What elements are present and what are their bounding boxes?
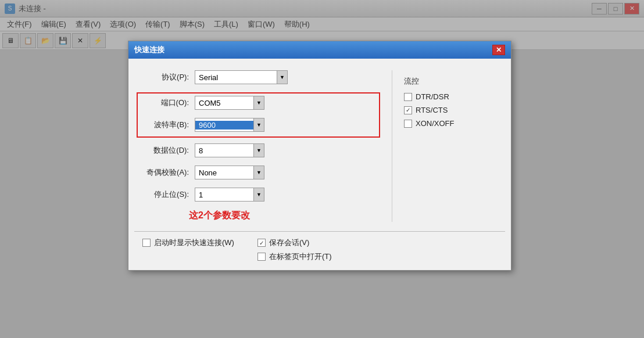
stopbits-control: 1 ▼ bbox=[195, 188, 264, 202]
save-session-checkbox[interactable]: ✓ bbox=[257, 239, 266, 247]
xon-xoff-row: XON/XOFF bbox=[404, 119, 497, 128]
dialog-form: 协议(P): Serial ▼ 端口(O): bbox=[142, 70, 380, 222]
baudrate-dropdown[interactable]: 9600 ▼ bbox=[195, 118, 264, 132]
parity-value: None bbox=[195, 168, 253, 177]
baudrate-row: 波特率(B): 9600 ▼ bbox=[142, 118, 374, 132]
protocol-dropdown-arrow: ▼ bbox=[277, 71, 287, 84]
footer-right: ✓ 保存会话(V) 在标签页中打开(T) bbox=[257, 238, 332, 262]
dialog-close-button[interactable]: ✕ bbox=[492, 45, 505, 55]
highlight-box: 端口(O): COM5 ▼ 波特率(B): bbox=[137, 92, 380, 138]
databits-dropdown[interactable]: 8 ▼ bbox=[195, 143, 264, 157]
startup-show-label: 启动时显示快速连接(W) bbox=[154, 238, 234, 248]
dialog-title: 快速连接 bbox=[134, 45, 492, 55]
baudrate-label: 波特率(B): bbox=[142, 120, 195, 130]
port-control: COM5 ▼ bbox=[195, 96, 264, 110]
save-session-row: ✓ 保存会话(V) bbox=[257, 238, 332, 248]
baudrate-dropdown-arrow: ▼ bbox=[253, 118, 264, 131]
vertical-divider bbox=[392, 70, 392, 222]
startup-show-row: 启动时显示快速连接(W) bbox=[142, 238, 234, 248]
rts-cts-row: ✓ RTS/CTS bbox=[404, 106, 497, 114]
databits-label: 数据位(D): bbox=[142, 145, 195, 156]
stopbits-value: 1 bbox=[195, 190, 253, 199]
dialog-overlay: 快速连接 ✕ 协议(P): Serial ▼ bbox=[0, 0, 644, 338]
dialog-title-bar: 快速连接 ✕ bbox=[128, 41, 511, 59]
port-value: COM5 bbox=[195, 99, 253, 107]
port-dropdown[interactable]: COM5 ▼ bbox=[195, 96, 264, 110]
dialog-footer: 启动时显示快速连接(W) ✓ 保存会话(V) 在标签页中打开(T) bbox=[128, 232, 511, 270]
open-in-tab-label: 在标签页中打开(T) bbox=[269, 251, 332, 262]
stopbits-label: 停止位(S): bbox=[142, 189, 195, 200]
dtr-dsr-row: DTR/DSR bbox=[404, 92, 497, 101]
xon-xoff-label: XON/XOFF bbox=[416, 119, 454, 128]
dtr-dsr-label: DTR/DSR bbox=[416, 92, 449, 101]
databits-value: 8 bbox=[195, 146, 253, 155]
parity-dropdown-arrow: ▼ bbox=[253, 166, 264, 179]
startup-show-checkbox[interactable] bbox=[142, 239, 151, 247]
port-label: 端口(O): bbox=[142, 98, 195, 108]
protocol-row: 协议(P): Serial ▼ bbox=[142, 70, 380, 84]
quick-connect-dialog: 快速连接 ✕ 协议(P): Serial ▼ bbox=[128, 41, 511, 271]
flow-control-title: 流控 bbox=[404, 76, 497, 87]
open-in-tab-checkbox[interactable] bbox=[257, 253, 266, 261]
dtr-dsr-checkbox[interactable] bbox=[404, 93, 412, 101]
parity-label: 奇偶校验(A): bbox=[142, 167, 195, 178]
databits-row: 数据位(D): 8 ▼ bbox=[142, 143, 380, 157]
databits-control: 8 ▼ bbox=[195, 143, 264, 157]
parity-row: 奇偶校验(A): None ▼ bbox=[142, 166, 380, 179]
protocol-label: 协议(P): bbox=[142, 72, 195, 82]
xon-xoff-checkbox[interactable] bbox=[404, 120, 412, 128]
rts-cts-label: RTS/CTS bbox=[416, 106, 448, 114]
footer-left: 启动时显示快速连接(W) bbox=[142, 238, 234, 262]
save-session-label: 保存会话(V) bbox=[269, 238, 309, 248]
dialog-body: 协议(P): Serial ▼ 端口(O): bbox=[128, 59, 511, 231]
port-row: 端口(O): COM5 ▼ bbox=[142, 96, 374, 110]
flow-control-section: 流控 DTR/DSR ✓ RTS/CTS XON/XOFF bbox=[404, 70, 497, 222]
stopbits-dropdown-arrow: ▼ bbox=[253, 188, 264, 201]
stopbits-dropdown[interactable]: 1 ▼ bbox=[195, 188, 264, 202]
stopbits-row: 停止位(S): 1 ▼ bbox=[142, 188, 380, 202]
baudrate-value: 9600 bbox=[195, 121, 253, 130]
protocol-dropdown[interactable]: Serial ▼ bbox=[195, 70, 288, 84]
port-dropdown-arrow: ▼ bbox=[253, 96, 264, 109]
parity-control: None ▼ bbox=[195, 166, 264, 179]
protocol-value: Serial bbox=[195, 73, 277, 82]
baudrate-control: 9600 ▼ bbox=[195, 118, 264, 132]
protocol-control: Serial ▼ bbox=[195, 70, 288, 84]
rts-cts-checkbox[interactable]: ✓ bbox=[404, 106, 412, 114]
main-window: S 未连接 - ─ □ ✕ 文件(F) 编辑(E) 查看(V) 选项(O) 传输… bbox=[0, 0, 644, 338]
databits-dropdown-arrow: ▼ bbox=[253, 144, 264, 157]
parity-dropdown[interactable]: None ▼ bbox=[195, 166, 264, 179]
open-in-tab-row: 在标签页中打开(T) bbox=[257, 251, 332, 262]
annotation-text: 这2个参数要改 bbox=[189, 210, 380, 222]
